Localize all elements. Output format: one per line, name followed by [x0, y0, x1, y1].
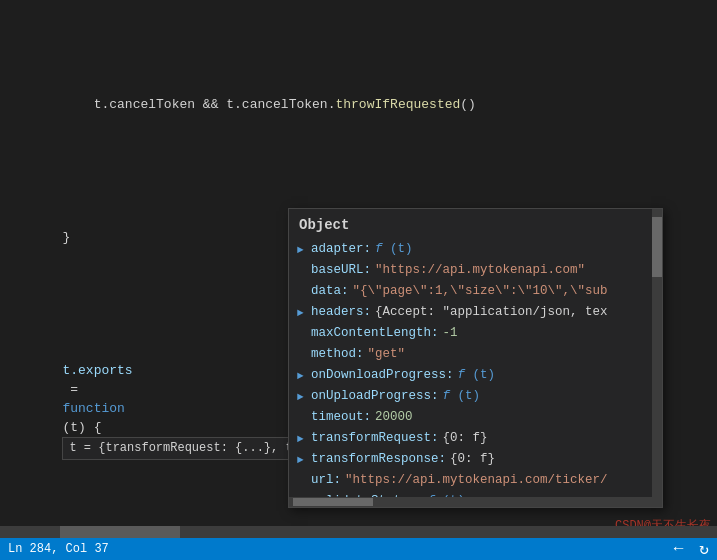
- popup-row-ondownloadprogress[interactable]: ► onDownloadProgress: f (t): [289, 365, 662, 386]
- cursor-position: Ln 284, Col 37: [8, 542, 109, 556]
- prop-val: "https://api.mytokenapi.com": [375, 261, 585, 279]
- prop-key: url:: [311, 471, 341, 489]
- popup-row-adapter[interactable]: ► adapter: f (t): [289, 239, 662, 260]
- prop-key: maxContentLength:: [311, 324, 439, 342]
- no-expand-icon: [297, 346, 311, 364]
- prop-key: headers:: [311, 303, 371, 321]
- prop-val: f (t): [458, 366, 496, 384]
- prop-key: baseURL:: [311, 261, 371, 279]
- popup-scrollbar-thumb[interactable]: [652, 217, 662, 277]
- prop-val: f (t): [375, 240, 413, 258]
- prop-val: "{\"page\":1,\"size\":\"10\",\"sub: [353, 282, 608, 300]
- popup-row-method[interactable]: method: "get": [289, 344, 662, 365]
- prop-val: -1: [443, 324, 458, 342]
- prop-key: adapter:: [311, 240, 371, 258]
- popup-row-maxcontentlength[interactable]: maxContentLength: -1: [289, 323, 662, 344]
- no-expand-icon: [297, 283, 311, 301]
- expand-arrow-icon[interactable]: ►: [297, 493, 311, 497]
- prop-val: "get": [368, 345, 406, 363]
- prop-key: transformResponse:: [311, 450, 446, 468]
- expand-arrow-icon[interactable]: ►: [297, 430, 311, 448]
- prop-key: data:: [311, 282, 349, 300]
- popup-row-baseurl[interactable]: baseURL: "https://api.mytokenapi.com": [289, 260, 662, 281]
- horizontal-scrollbar-thumb[interactable]: [60, 526, 180, 538]
- expand-arrow-icon[interactable]: ►: [297, 451, 311, 469]
- prop-val: 20000: [375, 408, 413, 426]
- popup-row-timeout[interactable]: timeout: 20000: [289, 407, 662, 428]
- prop-val: "https://api.mytokenapi.com/ticker/: [345, 471, 608, 489]
- prop-key: transformRequest:: [311, 429, 439, 447]
- expand-arrow-icon[interactable]: ►: [297, 304, 311, 322]
- no-expand-icon: [297, 472, 311, 490]
- popup-hscrollbar[interactable]: [289, 497, 652, 507]
- prop-val: f (t): [443, 387, 481, 405]
- prop-key: onDownloadProgress:: [311, 366, 454, 384]
- prop-key: onUploadProgress:: [311, 387, 439, 405]
- popup-row-onuploadprogress[interactable]: ► onUploadProgress: f (t): [289, 386, 662, 407]
- popup-hscrollbar-thumb[interactable]: [293, 498, 373, 506]
- popup-row-transformrequest[interactable]: ► transformRequest: {0: f}: [289, 428, 662, 449]
- prop-key: timeout:: [311, 408, 371, 426]
- popup-content: ► adapter: f (t) baseURL: "https://api.m…: [289, 237, 662, 497]
- popup-scrollbar[interactable]: [652, 209, 662, 507]
- prop-val: {0: f}: [443, 429, 488, 447]
- nav-forward-icon[interactable]: ↻: [699, 539, 709, 559]
- prop-val: f (t): [428, 492, 466, 497]
- status-bar: Ln 284, Col 37 ← ↻: [0, 538, 717, 560]
- editor-area: t.cancelToken && t.cancelToken.throwIfRe…: [0, 0, 717, 560]
- no-expand-icon: [297, 262, 311, 280]
- prop-key: method:: [311, 345, 364, 363]
- popup-row-url[interactable]: url: "https://api.mytokenapi.com/ticker/: [289, 470, 662, 491]
- popup-title: Object: [289, 209, 662, 237]
- expand-arrow-icon[interactable]: ►: [297, 388, 311, 406]
- prop-val: {0: f}: [450, 450, 495, 468]
- code-line: t.cancelToken && t.cancelToken.throwIfRe…: [0, 76, 717, 133]
- no-expand-icon: [297, 409, 311, 427]
- prop-val: {Accept: "application/json, tex: [375, 303, 608, 321]
- expand-arrow-icon[interactable]: ►: [297, 241, 311, 259]
- popup-row-headers[interactable]: ► headers: {Accept: "application/json, t…: [289, 302, 662, 323]
- prop-key: validateStatus:: [311, 492, 424, 497]
- nav-back-icon[interactable]: ←: [674, 540, 684, 558]
- popup-row-data[interactable]: data: "{\"page\":1,\"size\":\"10\",\"sub: [289, 281, 662, 302]
- expand-arrow-icon[interactable]: ►: [297, 367, 311, 385]
- horizontal-scrollbar[interactable]: [0, 526, 717, 538]
- object-inspector-popup[interactable]: Object ► adapter: f (t) baseURL: "https:…: [288, 208, 663, 508]
- no-expand-icon: [297, 325, 311, 343]
- popup-row-transformresponse[interactable]: ► transformResponse: {0: f}: [289, 449, 662, 470]
